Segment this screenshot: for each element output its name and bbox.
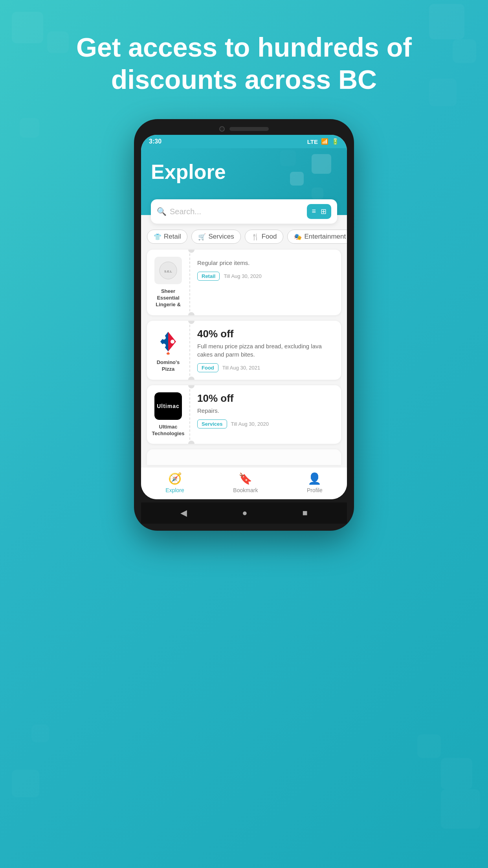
deal-description: Regular price items. (197, 259, 334, 267)
retail-icon: 👕 (154, 233, 161, 241)
camera-dot (219, 126, 225, 132)
bookmark-icon: 🔖 (238, 472, 252, 485)
discount-value: 10% off (197, 392, 334, 405)
card-store-info: Ultimac Ultimac Technologies (147, 385, 190, 444)
phone-notch (141, 126, 347, 132)
category-tag: Retail (197, 272, 220, 281)
nav-profile-label: Profile (307, 487, 323, 493)
expiry-date: Till Aug 30, 2020 (231, 421, 269, 427)
store-name: Domino's Pizza (151, 359, 185, 373)
svg-text:🍁: 🍁 (166, 351, 170, 355)
card-tags: Food Till Aug 30, 2021 (197, 363, 334, 372)
table-row[interactable]: 🍁 Domino's Pizza 40% off Full menu price… (147, 321, 341, 380)
card-details: 10% off Repairs. Services Till Aug 30, 2… (190, 385, 341, 444)
deals-list: S.E.L Sheer Essential Lingerie & Regular… (141, 248, 347, 467)
card-tags: Services Till Aug 30, 2020 (197, 419, 334, 428)
partial-card (147, 449, 341, 465)
search-input[interactable]: Search... (170, 207, 303, 216)
nav-explore[interactable]: 🧭 Explore (165, 472, 184, 493)
compass-icon: 🧭 (168, 472, 182, 485)
table-row[interactable]: S.E.L Sheer Essential Lingerie & Regular… (147, 250, 341, 315)
filter-retail-label: Retail (164, 233, 181, 241)
svg-point-4 (162, 344, 166, 348)
svg-text:S.E.L: S.E.L (164, 270, 172, 273)
grid-view-button[interactable]: ⊞ (319, 206, 328, 217)
filter-food-label: Food (262, 233, 277, 241)
status-time: 3:30 (149, 138, 161, 145)
category-tag: Food (197, 363, 218, 372)
android-recents-button[interactable]: ■ (303, 508, 308, 518)
search-input-row: 🔍 Search... (157, 207, 303, 216)
deal-description: Full menu price pizza and bread, excludi… (197, 342, 334, 359)
card-store-info: S.E.L Sheer Essential Lingerie & (147, 250, 190, 315)
table-row[interactable]: Ultimac Ultimac Technologies 10% off Rep… (147, 385, 341, 444)
phone-mockup: 3:30 LTE 📶 🔋 Explore 🔍 (134, 119, 354, 531)
filter-row: 👕 Retail 🛒 Services 🍴 Food 🎭 Entertainme… (141, 224, 347, 248)
discount-value: 40% off (197, 328, 334, 340)
android-navigation: ◀ ● ■ (141, 502, 347, 524)
entertainment-icon: 🎭 (294, 233, 302, 241)
expiry-date: Till Aug 30, 2020 (224, 273, 261, 279)
phone-body: 3:30 LTE 📶 🔋 Explore 🔍 (134, 119, 354, 531)
filter-services-label: Services (208, 233, 234, 241)
filter-entertainment[interactable]: 🎭 Entertainment (287, 230, 347, 244)
search-container: 🔍 Search... ≡ ⊞ (141, 199, 347, 224)
list-view-button[interactable]: ≡ (310, 206, 317, 217)
page-title: Explore (151, 160, 337, 184)
filter-retail[interactable]: 👕 Retail (147, 230, 187, 244)
phone-speaker (229, 127, 269, 131)
store-name: Ultimac Technologies (151, 424, 185, 437)
category-tag: Services (197, 419, 227, 428)
filter-services[interactable]: 🛒 Services (191, 230, 240, 244)
hero-tagline: Get access to hundreds of discounts acro… (0, 31, 488, 96)
connector-bottom (188, 441, 194, 444)
nav-bookmark[interactable]: 🔖 Bookmark (233, 472, 258, 493)
expiry-date: Till Aug 30, 2021 (222, 365, 260, 371)
card-tags: Retail Till Aug 30, 2020 (197, 272, 334, 281)
store-logo: Ultimac (154, 392, 182, 420)
search-icon: 🔍 (157, 207, 167, 216)
card-details: 40% off Full menu price pizza and bread,… (190, 321, 341, 380)
phone-screen: 3:30 LTE 📶 🔋 Explore 🔍 (141, 135, 347, 499)
search-bar[interactable]: 🔍 Search... ≡ ⊞ (151, 199, 337, 224)
services-icon: 🛒 (198, 233, 206, 241)
svg-point-3 (162, 336, 166, 340)
food-icon: 🍴 (251, 233, 259, 241)
ultimac-logo: Ultimac (154, 392, 182, 420)
status-lte: LTE (307, 138, 318, 145)
nav-explore-label: Explore (165, 487, 184, 493)
card-store-info: 🍁 Domino's Pizza (147, 321, 190, 380)
nav-profile[interactable]: 👤 Profile (307, 472, 323, 493)
status-right: LTE 📶 🔋 (307, 138, 339, 145)
filter-entertainment-label: Entertainment (304, 233, 346, 241)
nav-bookmark-label: Bookmark (233, 487, 258, 493)
view-toggle: ≡ ⊞ (307, 204, 331, 219)
store-name: Sheer Essential Lingerie & (151, 288, 185, 308)
battery-icon: 🔋 (332, 138, 339, 145)
filter-food[interactable]: 🍴 Food (245, 230, 284, 244)
android-home-button[interactable]: ● (242, 508, 247, 518)
status-bar: 3:30 LTE 📶 🔋 (141, 135, 347, 148)
store-logo: S.E.L (154, 257, 182, 284)
deal-description: Repairs. (197, 406, 334, 415)
bottom-navigation: 🧭 Explore 🔖 Bookmark 👤 Profile (141, 467, 347, 499)
store-logo: 🍁 (154, 328, 182, 355)
svg-point-5 (171, 340, 174, 344)
profile-icon: 👤 (308, 472, 321, 485)
card-details: Regular price items. Retail Till Aug 30,… (190, 250, 341, 315)
android-back-button[interactable]: ◀ (180, 508, 187, 518)
signal-icon: 📶 (321, 138, 328, 145)
